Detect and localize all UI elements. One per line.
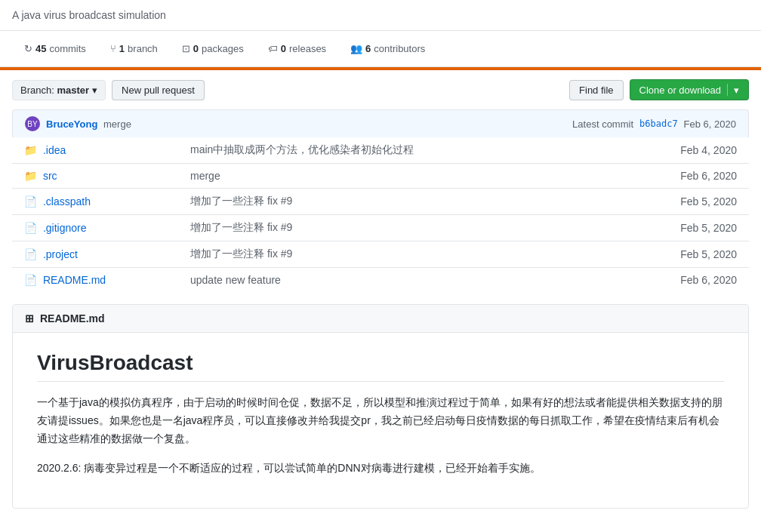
file-date-cell: Feb 5, 2020 <box>609 189 749 215</box>
file-name-cell: 📁 .idea <box>12 137 178 164</box>
stat-commits[interactable]: ↻ 45 commits <box>12 37 98 60</box>
packages-count: 0 <box>193 43 199 54</box>
repo-description: A java virus broadcast simulation <box>0 0 761 31</box>
file-link[interactable]: README.md <box>43 274 106 286</box>
toolbar-left: Branch: master ▾ New pull request <box>12 80 205 100</box>
releases-count: 0 <box>281 43 286 54</box>
file-date-cell: Feb 5, 2020 <box>609 241 749 268</box>
commit-message-cell: update new feature <box>178 268 609 293</box>
find-file-button[interactable]: Find file <box>569 80 624 100</box>
chevron-down-icon: ▾ <box>734 85 739 96</box>
commit-message-cell: 增加了一些注释 fix #9 <box>178 189 609 215</box>
readme-section: ⊞ README.md VirusBroadcast 一个基于java的模拟仿真… <box>12 304 749 509</box>
commit-row: BY BruceYong merge Latest commit b6badc7… <box>12 109 749 137</box>
latest-commit-label: Latest commit <box>572 118 633 130</box>
commit-message-cell: 增加了一些注释 fix #9 <box>178 215 609 241</box>
readme-body: VirusBroadcast 一个基于java的模拟仿真程序，由于启动的时候时间… <box>13 333 748 508</box>
clone-label: Clone or download <box>639 85 721 96</box>
stat-branch[interactable]: ⑂ 1 branch <box>98 37 170 60</box>
table-row: 📁 .idea main中抽取成两个方法，优化感染者初始化过程 Feb 4, 2… <box>12 137 749 164</box>
commit-message-cell: 增加了一些注释 fix #9 <box>178 241 609 268</box>
contributors-icon: 👥 <box>350 43 362 54</box>
readme-grid-icon: ⊞ <box>25 312 34 324</box>
file-name-cell: 📄 .project <box>12 241 178 268</box>
toolbar: Branch: master ▾ New pull request Find f… <box>0 70 761 109</box>
readme-header-label: README.md <box>40 312 105 324</box>
contributors-label: contributors <box>374 43 425 54</box>
branch-icon: ⑂ <box>110 43 116 54</box>
file-link[interactable]: .idea <box>43 144 66 156</box>
commit-date: Feb 6, 2020 <box>684 118 736 130</box>
commit-hash-area: Latest commit b6badc7 Feb 6, 2020 <box>572 118 736 130</box>
readme-title: VirusBroadcast <box>37 351 724 382</box>
stat-packages[interactable]: ⊡ 0 packages <box>170 37 256 60</box>
folder-icon: 📁 <box>24 170 37 182</box>
repo-description-text: A java virus broadcast simulation <box>12 9 166 21</box>
branch-label: branch <box>128 43 158 54</box>
file-link[interactable]: src <box>43 170 57 182</box>
file-link[interactable]: .project <box>43 248 78 260</box>
commits-label: commits <box>49 43 85 54</box>
file-link[interactable]: .gitignore <box>43 222 87 234</box>
avatar-initials: BY <box>27 120 37 128</box>
table-row: 📁 src merge Feb 6, 2020 <box>12 164 749 189</box>
commit-author-link[interactable]: BruceYong <box>46 118 97 130</box>
chevron-down-icon: ▾ <box>92 85 97 96</box>
folder-icon: 📁 <box>24 144 37 156</box>
commit-meta: BruceYong merge <box>46 118 131 130</box>
readme-header: ⊞ README.md <box>13 305 748 333</box>
commits-icon: ↻ <box>24 43 32 54</box>
commit-message: merge <box>103 118 131 130</box>
table-row: 📄 .classpath 增加了一些注释 fix #9 Feb 5, 2020 <box>12 189 749 215</box>
file-name-cell: 📄 README.md <box>12 268 178 293</box>
readme-paragraph-2: 2020.2.6: 病毒变异过程是一个不断适应的过程，可以尝试简单的DNN对病毒… <box>37 460 724 478</box>
file-date-cell: Feb 6, 2020 <box>609 268 749 293</box>
file-name-cell: 📄 .gitignore <box>12 215 178 241</box>
file-date-cell: Feb 5, 2020 <box>609 215 749 241</box>
table-row: 📄 .gitignore 增加了一些注释 fix #9 Feb 5, 2020 <box>12 215 749 241</box>
packages-label: packages <box>202 43 244 54</box>
branch-count: 1 <box>119 43 125 54</box>
readme-paragraph-1: 一个基于java的模拟仿真程序，由于启动的时候时间仓促，数据不足，所以模型和推演… <box>37 394 724 447</box>
file-name-cell: 📄 .classpath <box>12 189 178 215</box>
branch-name: master <box>57 85 89 96</box>
releases-label: releases <box>289 43 326 54</box>
new-pull-request-button[interactable]: New pull request <box>112 80 205 100</box>
commit-message-cell: merge <box>178 164 609 189</box>
file-icon: 📄 <box>24 195 37 208</box>
file-link[interactable]: .classpath <box>43 195 91 208</box>
file-icon: 📄 <box>24 248 37 260</box>
contributors-count: 6 <box>365 43 371 54</box>
file-table-wrapper: BY BruceYong merge Latest commit b6badc7… <box>0 109 761 292</box>
packages-icon: ⊡ <box>182 43 190 54</box>
file-icon: 📄 <box>24 274 37 286</box>
commit-message-cell: main中抽取成两个方法，优化感染者初始化过程 <box>178 137 609 164</box>
toolbar-right: Find file Clone or download ▾ <box>569 79 749 100</box>
commit-hash-link[interactable]: b6badc7 <box>639 118 678 129</box>
file-table: 📁 .idea main中抽取成两个方法，优化感染者初始化过程 Feb 4, 2… <box>12 137 749 292</box>
file-date-cell: Feb 6, 2020 <box>609 164 749 189</box>
clone-or-download-button[interactable]: Clone or download ▾ <box>630 79 749 100</box>
branch-label-text: Branch: master <box>20 85 89 96</box>
clone-divider <box>727 84 728 96</box>
table-row: 📄 README.md update new feature Feb 6, 20… <box>12 268 749 293</box>
file-date-cell: Feb 4, 2020 <box>609 137 749 164</box>
table-row: 📄 .project 增加了一些注释 fix #9 Feb 5, 2020 <box>12 241 749 268</box>
releases-icon: 🏷 <box>268 43 278 54</box>
branch-selector[interactable]: Branch: master ▾ <box>12 80 106 100</box>
stat-releases[interactable]: 🏷 0 releases <box>256 37 338 60</box>
stat-contributors[interactable]: 👥 6 contributors <box>338 37 437 60</box>
file-name-cell: 📁 src <box>12 164 178 189</box>
page-wrapper: A java virus broadcast simulation ↻ 45 c… <box>0 0 761 509</box>
commits-count: 45 <box>35 43 46 54</box>
file-icon: 📄 <box>24 222 37 234</box>
commit-info: BY BruceYong merge <box>25 116 131 131</box>
avatar: BY <box>25 116 40 131</box>
stats-bar: ↻ 45 commits ⑂ 1 branch ⊡ 0 packages 🏷 0… <box>0 31 761 67</box>
branch-prefix: Branch: <box>20 85 54 96</box>
